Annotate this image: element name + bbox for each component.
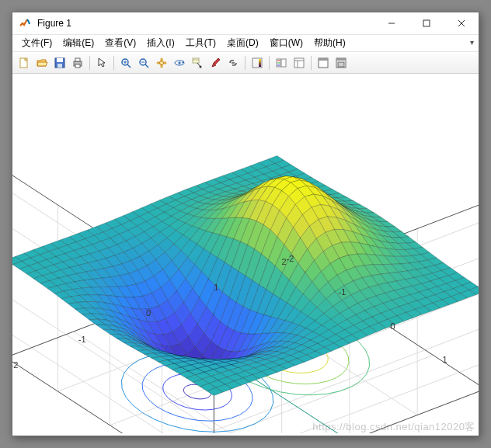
svg-rect-37 xyxy=(319,58,328,61)
svg-text:-1: -1 xyxy=(339,287,346,297)
dock-icon[interactable] xyxy=(315,54,332,71)
surface-plot: -0.4-0.200.20.4-2-1012-2-1012 xyxy=(12,74,479,433)
rotate3d-icon[interactable] xyxy=(171,54,188,71)
hide-plot-tools-icon[interactable] xyxy=(291,54,308,71)
svg-rect-6 xyxy=(57,58,63,62)
menu-insert[interactable]: 插入(I) xyxy=(142,35,179,51)
save-icon[interactable] xyxy=(51,54,68,71)
svg-rect-39 xyxy=(336,58,346,61)
svg-rect-40 xyxy=(338,62,344,67)
pan-icon[interactable] xyxy=(153,54,170,71)
axes-canvas[interactable]: -0.4-0.200.20.4-2-1012-2-1012 xyxy=(12,74,479,436)
svg-text:0: 0 xyxy=(146,308,151,318)
toolbar xyxy=(12,51,479,74)
menu-file[interactable]: 文件(F) xyxy=(17,35,57,51)
svg-text:-2: -2 xyxy=(287,254,294,263)
colorbar-icon[interactable] xyxy=(249,54,266,71)
menu-overflow-icon[interactable]: ▾ xyxy=(470,38,474,47)
svg-rect-32 xyxy=(281,59,286,67)
svg-rect-9 xyxy=(75,58,80,61)
maximize-button[interactable] xyxy=(409,12,444,34)
svg-line-12 xyxy=(127,64,131,68)
svg-text:1: 1 xyxy=(214,283,218,292)
svg-rect-21 xyxy=(193,58,199,63)
svg-rect-27 xyxy=(259,59,261,67)
menu-window[interactable]: 窗口(W) xyxy=(265,35,308,51)
minimize-button[interactable] xyxy=(374,12,409,34)
svg-point-20 xyxy=(179,61,181,64)
toolbar-separator xyxy=(311,56,312,70)
svg-text:-2: -2 xyxy=(12,360,18,370)
svg-rect-7 xyxy=(57,64,62,68)
toolbar-separator xyxy=(245,56,246,70)
menu-edit[interactable]: 编辑(E) xyxy=(58,35,99,51)
pointer-icon[interactable] xyxy=(93,54,110,71)
svg-point-24 xyxy=(200,65,202,68)
svg-line-16 xyxy=(145,64,148,68)
svg-rect-10 xyxy=(75,64,80,68)
zoom-out-icon[interactable] xyxy=(135,54,152,71)
brush-icon[interactable] xyxy=(207,54,224,71)
print-icon[interactable] xyxy=(69,54,86,71)
toolbar-separator xyxy=(89,56,90,70)
zoom-in-icon[interactable] xyxy=(117,54,134,71)
menu-desktop[interactable]: 桌面(D) xyxy=(222,35,263,51)
datacursor-icon[interactable] xyxy=(189,54,206,71)
svg-rect-1 xyxy=(423,20,430,26)
new-icon[interactable] xyxy=(16,54,33,71)
svg-text:0: 0 xyxy=(391,321,395,331)
menu-view[interactable]: 查看(V) xyxy=(100,35,141,51)
open-icon[interactable] xyxy=(33,54,50,71)
menubar: 文件(F) 编辑(E) 查看(V) 插入(I) 工具(T) 桌面(D) 窗口(W… xyxy=(12,35,479,51)
svg-text:-1: -1 xyxy=(78,335,86,344)
window-title: Figure 1 xyxy=(37,18,374,29)
svg-point-18 xyxy=(160,61,164,64)
toolbar-separator xyxy=(269,56,270,70)
menu-tools[interactable]: 工具(T) xyxy=(181,35,221,51)
close-button[interactable] xyxy=(444,12,479,34)
figure-window: Figure 1 文件(F) 编辑(E) 查看(V) 插入(I) 工具(T) 桌… xyxy=(12,12,479,436)
titlebar: Figure 1 xyxy=(12,12,479,35)
svg-line-74 xyxy=(214,389,479,433)
layout-icon[interactable] xyxy=(333,54,350,71)
svg-rect-33 xyxy=(294,58,304,68)
legend-icon[interactable] xyxy=(273,54,290,71)
svg-text:1: 1 xyxy=(443,355,447,364)
toolbar-separator xyxy=(113,56,114,70)
matlab-figure-icon xyxy=(19,17,31,30)
svg-line-70 xyxy=(214,389,479,433)
menu-help[interactable]: 帮助(H) xyxy=(309,35,350,51)
link-icon[interactable] xyxy=(225,54,242,71)
